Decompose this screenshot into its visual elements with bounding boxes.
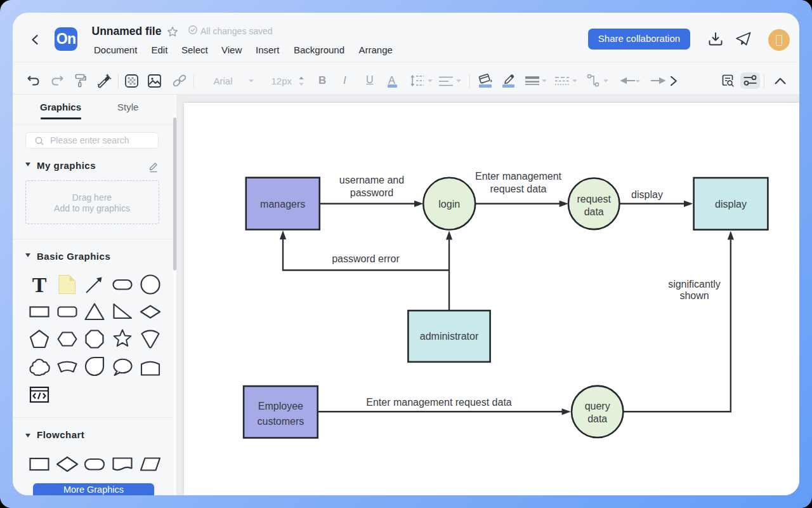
svg-text:query: query xyxy=(585,401,610,411)
svg-text:Enter management: Enter management xyxy=(475,171,562,182)
svg-text:Employee: Employee xyxy=(258,401,303,411)
svg-text:login: login xyxy=(438,199,460,210)
svg-text:administrator: administrator xyxy=(420,331,479,342)
svg-text:significantly: significantly xyxy=(668,279,721,290)
svg-text:password error: password error xyxy=(332,253,400,264)
svg-text:request: request xyxy=(577,194,612,204)
svg-text:password: password xyxy=(350,187,393,198)
svg-text:shown: shown xyxy=(679,290,709,301)
svg-text:managers: managers xyxy=(260,199,305,210)
svg-text:display: display xyxy=(631,189,663,200)
svg-text:T: T xyxy=(32,273,46,296)
svg-text:username and: username and xyxy=(339,175,404,185)
svg-text:request data: request data xyxy=(490,184,547,194)
svg-text:customers: customers xyxy=(258,416,304,427)
svg-text:Enter management request data: Enter management request data xyxy=(366,397,512,408)
svg-text:display: display xyxy=(715,199,747,210)
svg-text:data: data xyxy=(587,413,607,424)
svg-text:data: data xyxy=(584,206,604,217)
